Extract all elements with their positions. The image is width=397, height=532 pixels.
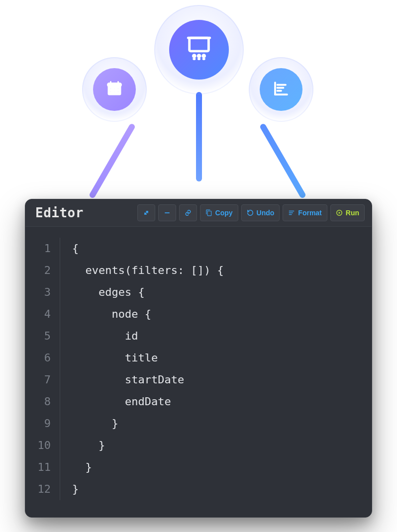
line-number: 7 xyxy=(25,369,51,391)
svg-rect-1 xyxy=(108,84,121,87)
line-number: 4 xyxy=(25,303,51,325)
format-button[interactable]: Format xyxy=(283,204,327,221)
code-line: } xyxy=(72,413,224,435)
connector-left xyxy=(89,123,136,199)
bubble-calendar xyxy=(82,57,147,122)
presentation-icon xyxy=(185,34,213,65)
code-line: edges { xyxy=(72,281,224,303)
code-area[interactable]: { events(filters: []) { edges { node { i… xyxy=(60,238,224,500)
code-line: node { xyxy=(72,303,224,325)
code-line: events(filters: []) { xyxy=(72,260,224,281)
editor-body[interactable]: 123456789101112 { events(filters: []) { … xyxy=(25,227,372,517)
format-icon xyxy=(288,209,295,216)
expand-icon xyxy=(143,209,150,216)
svg-rect-10 xyxy=(190,38,209,51)
svg-rect-9 xyxy=(117,91,119,92)
line-number: 1 xyxy=(25,238,51,260)
svg-rect-7 xyxy=(110,91,111,92)
svg-point-14 xyxy=(197,54,201,58)
run-label: Run xyxy=(346,209,359,217)
svg-rect-17 xyxy=(202,58,205,60)
svg-rect-6 xyxy=(117,88,119,89)
minus-icon xyxy=(164,209,171,216)
editor-title: Editor xyxy=(32,205,84,220)
svg-point-12 xyxy=(192,54,197,58)
svg-marker-28 xyxy=(339,212,341,214)
code-line: endDate xyxy=(72,391,224,413)
svg-rect-8 xyxy=(113,91,115,92)
calendar-icon xyxy=(105,80,123,99)
gantt-icon xyxy=(272,80,290,99)
line-number-gutter: 123456789101112 xyxy=(25,238,60,500)
line-number: 2 xyxy=(25,260,51,281)
expand-button[interactable] xyxy=(137,204,155,221)
code-line: { xyxy=(72,238,224,260)
bubble-presentation xyxy=(154,5,244,94)
run-button[interactable]: Run xyxy=(330,204,365,221)
undo-button[interactable]: Undo xyxy=(241,204,280,221)
bubble-gantt xyxy=(249,57,313,122)
copy-button[interactable]: Copy xyxy=(200,204,238,221)
svg-rect-4 xyxy=(110,88,111,89)
code-line: title xyxy=(72,347,224,369)
editor-panel: Editor Copy xyxy=(25,199,372,518)
hero-illustration xyxy=(0,0,397,199)
undo-label: Undo xyxy=(257,209,275,217)
code-line: } xyxy=(72,456,224,478)
editor-toolbar: Copy Undo Format Run xyxy=(137,204,365,221)
link-icon xyxy=(185,209,192,216)
code-line: } xyxy=(72,478,224,500)
line-number: 5 xyxy=(25,325,51,347)
undo-icon xyxy=(247,209,254,216)
svg-rect-5 xyxy=(113,88,115,89)
svg-rect-15 xyxy=(198,58,200,60)
line-number: 9 xyxy=(25,413,51,435)
editor-header: Editor Copy xyxy=(25,199,372,227)
line-number: 8 xyxy=(25,391,51,413)
line-number: 6 xyxy=(25,347,51,369)
code-line: startDate xyxy=(72,369,224,391)
line-number: 3 xyxy=(25,281,51,303)
svg-rect-13 xyxy=(193,58,196,60)
line-number: 12 xyxy=(25,478,51,500)
line-number: 10 xyxy=(25,435,51,456)
connector-right xyxy=(259,123,306,199)
link-button[interactable] xyxy=(179,204,197,221)
play-circle-icon xyxy=(336,209,343,216)
format-label: Format xyxy=(298,209,321,217)
code-line: } xyxy=(72,435,224,456)
code-line: id xyxy=(72,325,224,347)
line-number: 11 xyxy=(25,456,51,478)
collapse-button[interactable] xyxy=(158,204,176,221)
copy-icon xyxy=(205,209,212,216)
copy-label: Copy xyxy=(215,209,233,217)
svg-point-16 xyxy=(201,54,206,58)
connector-center xyxy=(196,92,202,181)
